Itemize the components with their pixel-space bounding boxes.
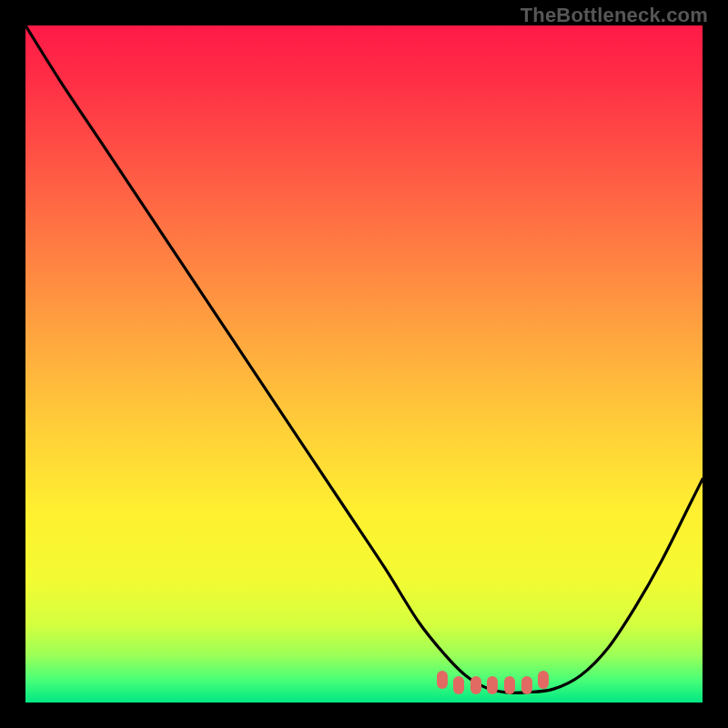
optimal-marker	[470, 676, 481, 694]
optimal-marker	[504, 676, 515, 694]
optimal-marker	[437, 671, 448, 689]
optimal-marker	[538, 671, 549, 689]
chart-frame: TheBottleneck.com	[0, 0, 728, 728]
optimal-marker	[487, 676, 498, 694]
optimal-marker	[521, 676, 532, 694]
bottleneck-curve	[25, 25, 703, 703]
watermark-text: TheBottleneck.com	[521, 4, 708, 27]
optimal-marker	[453, 676, 464, 694]
plot-area	[25, 25, 703, 703]
